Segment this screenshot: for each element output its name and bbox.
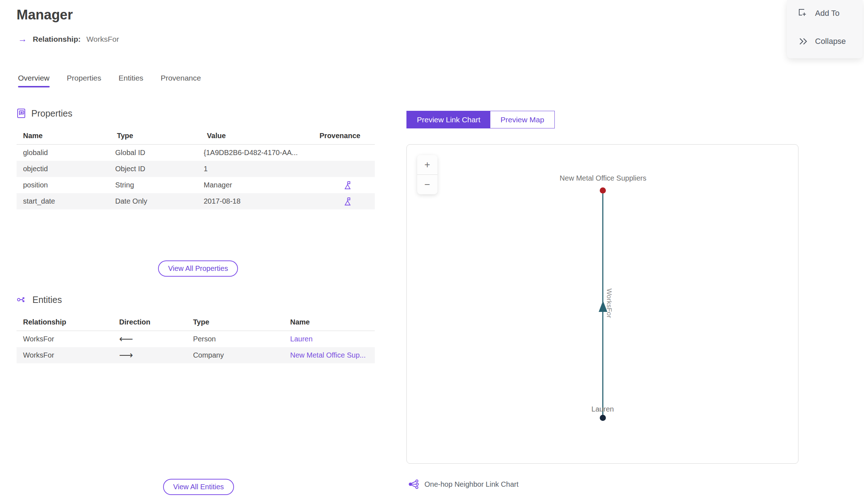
provenance-flag-icon[interactable]	[344, 197, 351, 206]
properties-section: Properties Name Type Value Provenance gl…	[17, 108, 375, 209]
property-value: Manager	[197, 181, 314, 189]
direction-right-arrow-icon: ⟶	[113, 350, 186, 360]
zoom-in-button[interactable]: +	[417, 155, 437, 174]
relationship-subtitle: → Relationship: WorksFor	[18, 35, 119, 44]
table-row[interactable]: position String Manager	[17, 177, 375, 193]
page-title: Manager	[17, 7, 73, 23]
view-all-entities-button[interactable]: View All Entities	[163, 479, 234, 495]
preview-toggle: Preview Link Chart Preview Map	[406, 111, 555, 128]
property-value: 2017-08-18	[197, 197, 314, 205]
collapse-button[interactable]: Collapse	[798, 37, 846, 46]
col-type: Type	[186, 318, 284, 326]
table-row[interactable]: WorksFor ⟶ Company New Metal Office Sup.…	[17, 347, 375, 363]
add-to-label: Add To	[815, 9, 840, 18]
col-provenance: Provenance	[320, 132, 375, 140]
col-direction: Direction	[113, 318, 186, 326]
add-to-icon	[798, 8, 809, 19]
property-type: Object ID	[109, 165, 197, 173]
entity-type: Person	[186, 335, 284, 343]
relationship-value: WorksFor	[86, 35, 119, 44]
edge-label: WorksFor	[605, 289, 613, 318]
entities-section: Entities Relationship Direction Type Nam…	[17, 294, 375, 363]
preview-link-chart-button[interactable]: Preview Link Chart	[407, 111, 490, 128]
node-label-person: Lauren	[591, 405, 614, 413]
property-provenance	[314, 181, 375, 190]
table-row[interactable]: WorksFor ⟵ Person Lauren	[17, 331, 375, 347]
property-name: globalid	[17, 149, 109, 157]
link-chart-panel: + − New Metal Office Suppliers WorksFor …	[406, 144, 798, 464]
tab-overview[interactable]: Overview	[18, 74, 50, 87]
relationship-label: Relationship:	[33, 35, 81, 44]
property-type: String	[109, 181, 197, 189]
chart-caption: One-hop Neighbor Link Chart	[408, 479, 518, 489]
collapse-icon	[798, 37, 809, 46]
property-value: {1A9DB2B6-D482-4170-AA...	[197, 149, 314, 157]
property-provenance	[314, 197, 375, 206]
tab-bar: Overview Properties Entities Provenance	[18, 74, 201, 87]
property-type: Date Only	[109, 197, 197, 205]
property-name: objectid	[17, 165, 109, 173]
node-label-company: New Metal Office Suppliers	[560, 174, 647, 182]
properties-table-header: Name Type Value Provenance	[17, 127, 375, 145]
entities-table-header: Relationship Direction Type Name	[17, 314, 375, 331]
zoom-control: + −	[417, 155, 437, 194]
property-name: start_date	[17, 197, 109, 205]
tab-entities[interactable]: Entities	[118, 74, 143, 87]
preview-map-button[interactable]: Preview Map	[490, 111, 554, 128]
add-to-button[interactable]: Add To	[798, 8, 840, 19]
table-row[interactable]: objectid Object ID 1	[17, 161, 375, 177]
entities-table: Relationship Direction Type Name WorksFo…	[17, 314, 375, 363]
properties-section-title: Properties	[31, 108, 72, 119]
col-type: Type	[111, 132, 201, 140]
tab-properties[interactable]: Properties	[67, 74, 102, 87]
properties-table: Name Type Value Provenance globalid Glob…	[17, 127, 375, 209]
one-hop-link-chart-icon	[408, 479, 419, 489]
collapse-label: Collapse	[815, 37, 846, 46]
property-name: position	[17, 181, 109, 189]
entity-name-link[interactable]: New Metal Office Sup...	[290, 351, 366, 359]
table-row[interactable]: start_date Date Only 2017-08-18	[17, 193, 375, 209]
node-person[interactable]	[600, 415, 606, 421]
view-all-properties-button[interactable]: View All Properties	[158, 260, 238, 277]
entity-relationship: WorksFor	[17, 335, 113, 343]
entity-relationship: WorksFor	[17, 351, 113, 359]
zoom-out-button[interactable]: −	[417, 175, 437, 194]
relationship-arrow-icon: →	[18, 35, 27, 44]
col-name: Name	[17, 132, 111, 140]
col-value: Value	[201, 132, 320, 140]
col-relationship: Relationship	[17, 318, 113, 326]
tab-provenance[interactable]: Provenance	[161, 74, 201, 87]
col-name: Name	[284, 318, 375, 326]
entity-name-link[interactable]: Lauren	[290, 335, 312, 343]
chart-caption-label: One-hop Neighbor Link Chart	[424, 480, 518, 489]
table-row[interactable]: globalid Global ID {1A9DB2B6-D482-4170-A…	[17, 145, 375, 161]
property-type: Global ID	[109, 149, 197, 157]
properties-section-header: Properties	[17, 108, 375, 119]
node-company[interactable]	[600, 187, 606, 194]
entities-section-header: Entities	[17, 294, 375, 305]
properties-icon	[17, 108, 26, 119]
entities-section-title: Entities	[32, 295, 62, 305]
provenance-flag-icon[interactable]	[344, 181, 351, 190]
entities-icon	[17, 294, 27, 305]
entity-type: Company	[186, 351, 284, 359]
direction-left-arrow-icon: ⟵	[113, 334, 186, 344]
property-value: 1	[197, 165, 314, 173]
actions-panel: Add To Collapse	[787, 0, 863, 58]
